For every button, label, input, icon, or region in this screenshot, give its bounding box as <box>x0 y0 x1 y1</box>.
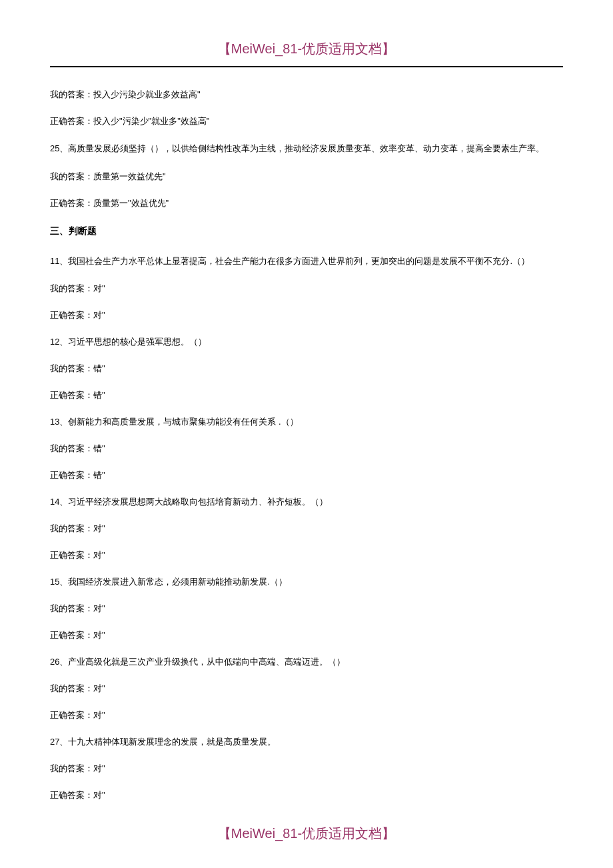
correct-answer-line: 正确答案：质量第一"效益优先" <box>50 195 563 212</box>
document-header: 【MeiWei_81-优质适用文档】 <box>50 40 563 67</box>
question-text: 15、我国经济发展进入新常态，必须用新动能推动新发展.（） <box>50 573 563 591</box>
correct-answer-line: 正确答案：对" <box>50 547 563 564</box>
answer-line: 我的答案：错" <box>50 440 563 457</box>
question-text: 14、习近平经济发展思想两大战略取向包括培育新动力、补齐短板。（） <box>50 493 563 511</box>
question-text: 11、我国社会生产力水平总体上显著提高，社会生产能力在很多方面进入世界前列，更加… <box>50 252 563 271</box>
correct-answer-line: 正确答案：对" <box>50 707 563 724</box>
question-text: 13、创新能力和高质量发展，与城市聚集功能没有任何关系 .（） <box>50 413 563 431</box>
document-content: 我的答案：投入少污染少就业多效益高" 正确答案：投入少"污染少"就业多"效益高"… <box>50 86 563 804</box>
question-text: 27、十九大精神体现新发展理念的发展，就是高质量发展。 <box>50 733 563 751</box>
question-text: 25、高质量发展必须坚持（），以供给侧结构性改革为主线，推动经济发展质量变革、效… <box>50 139 563 159</box>
correct-answer-line: 正确答案：错" <box>50 387 563 404</box>
answer-line: 我的答案：对" <box>50 520 563 537</box>
question-text: 12、习近平思想的核心是强军思想。（） <box>50 333 563 351</box>
footer-text: 【MeiWei_81-优质适用文档】 <box>218 826 395 841</box>
correct-answer-line: 正确答案：投入少"污染少"就业多"效益高" <box>50 113 563 130</box>
answer-line: 我的答案：对" <box>50 280 563 297</box>
header-text: 【MeiWei_81-优质适用文档】 <box>218 41 395 56</box>
answer-line: 我的答案：对" <box>50 600 563 617</box>
answer-line: 我的答案：对" <box>50 680 563 697</box>
correct-answer-line: 正确答案：对" <box>50 627 563 644</box>
correct-answer-line: 正确答案：对" <box>50 787 563 804</box>
document-footer: 【MeiWei_81-优质适用文档】 <box>0 825 613 843</box>
question-text: 26、产业高级化就是三次产业升级换代，从中低端向中高端、高端迈进。（） <box>50 653 563 671</box>
correct-answer-line: 正确答案：对" <box>50 307 563 324</box>
correct-answer-line: 正确答案：错" <box>50 467 563 484</box>
answer-line: 我的答案：投入少污染少就业多效益高" <box>50 86 563 103</box>
section-title: 三、判断题 <box>50 221 563 240</box>
answer-line: 我的答案：错" <box>50 360 563 377</box>
answer-line: 我的答案：质量第一效益优先" <box>50 168 563 185</box>
answer-line: 我的答案：对" <box>50 760 563 777</box>
